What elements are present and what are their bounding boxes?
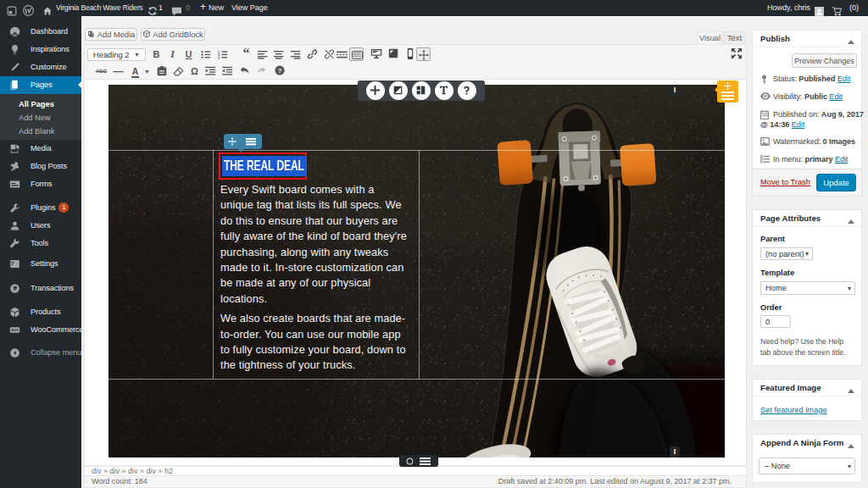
svg-text:WOO: WOO: [11, 329, 19, 332]
svg-text:?: ?: [277, 67, 281, 75]
svg-text:3: 3: [218, 56, 220, 59]
